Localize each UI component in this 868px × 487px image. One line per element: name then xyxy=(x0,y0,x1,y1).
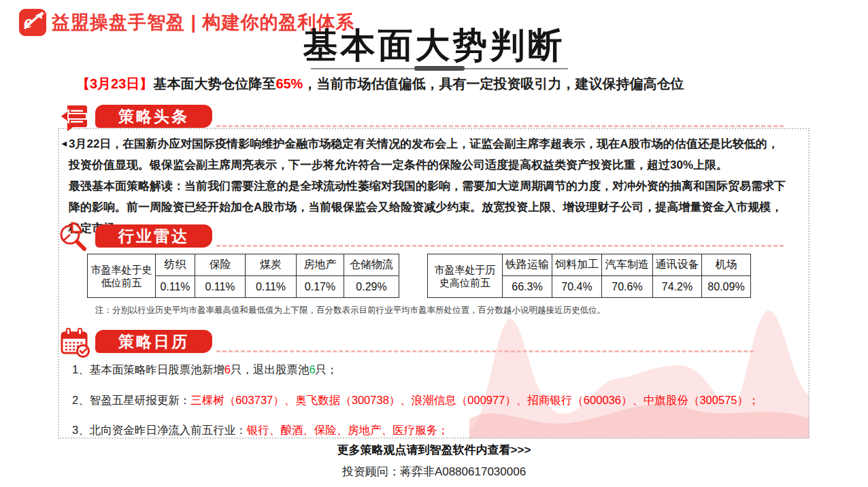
title-underline-bar xyxy=(414,66,465,71)
headline-body: ◀3月22日，在国新办应对国际疫情影响维护金融市场稳定有关情况的发布会上，证监会… xyxy=(69,133,787,239)
radar-dash-line xyxy=(216,245,784,247)
pe-low-val: 0.11% xyxy=(246,276,297,298)
section-calendar-banner: 策略日历 xyxy=(95,330,212,353)
item3-industries: 银行、酿酒、保险、房地产、医疗服务； xyxy=(247,424,449,436)
title-underline xyxy=(311,68,568,69)
pe-high-val: 66.3% xyxy=(503,276,552,298)
calendar-item-1: 1、基本面策略昨日股票池新增6只，退出股票池6只； xyxy=(72,363,338,377)
pe-high-val: 70.4% xyxy=(552,276,602,298)
summary-rest: ，当前市场估值偏低，具有一定投资吸引力，建议保持偏高仓位 xyxy=(303,76,684,91)
pe-high-col: 机场 xyxy=(702,254,751,276)
footer-more-link: 更多策略观点请到智盈软件内查看>>> xyxy=(0,442,868,458)
item1-added-count: 6 xyxy=(224,363,231,375)
pe-high-header: 市盈率处于历史高位前五 xyxy=(428,254,503,298)
pe-high-val: 80.09% xyxy=(702,276,751,298)
calendar-dash-line xyxy=(216,350,754,352)
pe-low-val: 0.17% xyxy=(297,276,344,298)
item1-prefix: 1、基本面策略昨日股票池新增 xyxy=(72,363,224,375)
page-title: 基本面大势判断 xyxy=(0,22,868,69)
headline-analysis-label: 最强基本面策略解读： xyxy=(69,180,184,192)
item2-stocks: 三棵树（603737）、奥飞数据（300738）、浪潮信息（000977）、招商… xyxy=(190,394,759,406)
pe-low-val: 0.29% xyxy=(344,276,399,298)
pe-low-col: 煤炭 xyxy=(246,254,297,276)
radar-magnifier-icon xyxy=(56,220,90,254)
section-headline-banner: 策略头条 xyxy=(95,105,212,128)
footer-advisor: 投资顾问：蒋弈非A0880617030006 xyxy=(0,464,868,480)
headline-dash-line xyxy=(216,125,784,127)
pe-low-table: 市盈率处于史低位前五 纺织 保险 煤炭 房地产 仓储物流 0.11% 0.11%… xyxy=(87,254,399,298)
news-doc-icon xyxy=(58,101,92,135)
pe-high-table: 市盈率处于历史高位前五 铁路运输 饲料加工 汽车制造 通讯设备 机场 66.3%… xyxy=(427,254,751,298)
summary-lead: 基本面大势仓位降至 xyxy=(153,76,276,91)
pe-high-val: 70.6% xyxy=(602,276,653,298)
pe-low-col: 仓储物流 xyxy=(344,254,399,276)
pe-low-col: 房地产 xyxy=(297,254,344,276)
radar-note: 注：分别以行业历史平均市盈率最高值和最低值为上下限，百分数表示目前行业平均市盈率… xyxy=(95,305,605,316)
triangle-bullet-icon: ◀ xyxy=(62,133,67,154)
headline-paragraph-1-text: 3月22日，在国新办应对国际疫情影响维护金融市场稳定有关情况的发布会上，证监会副… xyxy=(69,137,779,171)
pe-low-val: 0.11% xyxy=(195,276,246,298)
calendar-item-2: 2、智盈五星研报更新：三棵树（603737）、奥飞数据（300738）、浪潮信息… xyxy=(72,393,759,408)
item3-prefix: 3、北向资金昨日净流入前五行业： xyxy=(72,424,247,436)
item1-suffix: 只； xyxy=(316,363,338,375)
summary-position-pct: 65% xyxy=(276,76,303,91)
slide: e 益盟操盘手智盈 | 构建你的盈利体系 基本面大势判断 【3月23日】基本面大… xyxy=(0,0,868,487)
item2-prefix: 2、智盈五星研报更新： xyxy=(72,394,190,406)
pe-high-val: 74.2% xyxy=(653,276,702,298)
pe-low-header: 市盈率处于史低位前五 xyxy=(88,254,156,298)
pe-high-col: 饲料加工 xyxy=(552,254,602,276)
pe-high-col: 通讯设备 xyxy=(653,254,702,276)
item1-mid: 只，退出股票池 xyxy=(231,363,310,375)
pe-low-val: 0.11% xyxy=(156,276,195,298)
calendar-check-icon xyxy=(58,326,92,360)
item1-removed-count: 6 xyxy=(309,363,315,375)
summary-date: 【3月23日】 xyxy=(76,76,153,91)
calendar-item-3: 3、北向资金昨日净流入前五行业：银行、酿酒、保险、房地产、医疗服务； xyxy=(72,423,449,438)
pe-high-col: 汽车制造 xyxy=(602,254,653,276)
pe-low-col: 保险 xyxy=(195,254,246,276)
section-radar-banner: 行业雷达 xyxy=(95,224,212,248)
pe-low-col: 纺织 xyxy=(156,254,195,276)
daily-summary: 【3月23日】基本面大势仓位降至65%，当前市场估值偏低，具有一定投资吸引力，建… xyxy=(76,75,824,93)
pe-high-col: 铁路运输 xyxy=(503,254,552,276)
headline-paragraph-1: ◀3月22日，在国新办应对国际疫情影响维护金融市场稳定有关情况的发布会上，证监会… xyxy=(69,133,787,175)
